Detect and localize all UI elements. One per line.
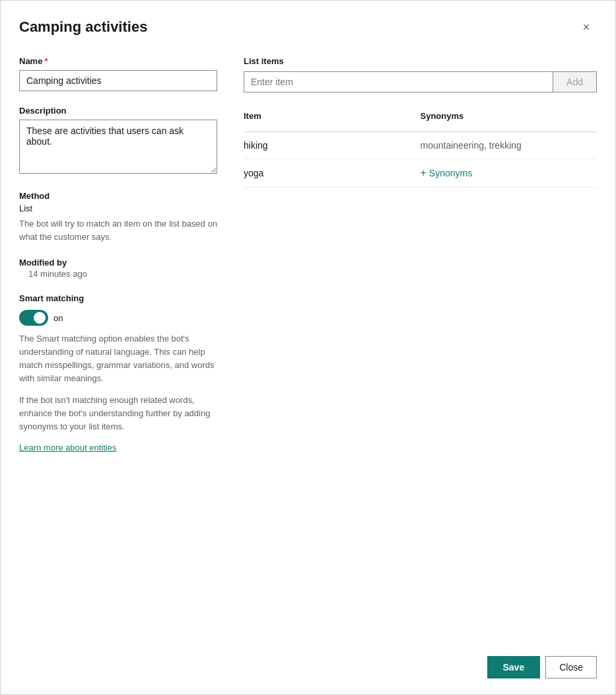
add-synonyms-label: Synonyms [429,168,472,178]
description-input[interactable] [19,120,217,174]
dialog-container: Camping activities × Name * Description [0,0,616,695]
method-group: Method List The bot will try to match an… [19,191,217,243]
description-field-group: Description [19,106,217,176]
plus-icon: + [421,167,427,179]
name-label: Name * [19,56,217,66]
list-items-label: List items [244,56,597,66]
toggle-knob [34,312,46,324]
content-layout: Name * Description Method List The bot w… [19,56,597,468]
footer-buttons: Save Close [487,656,598,678]
left-panel: Name * Description Method List The bot w… [19,56,217,468]
close-button[interactable]: Close [545,656,597,678]
modified-by-label: Modified by [19,258,217,268]
table-header: Item Synonyms [244,106,597,132]
col-header-synonyms: Synonyms [421,106,598,126]
dialog-close-button[interactable]: × [576,17,597,38]
synonyms-cell: mountaineering, trekking [421,140,598,151]
enter-item-input[interactable] [244,71,553,92]
modified-by-value: 14 minutes ago [28,269,217,279]
name-input[interactable] [19,70,217,91]
smart-matching-desc-2: If the bot isn't matching enough related… [19,394,217,433]
add-item-button[interactable]: Add [553,71,597,92]
add-item-row: Add [244,71,597,92]
table-row: hiking mountaineering, trekking [244,132,597,159]
close-icon: × [583,20,590,34]
required-indicator: * [44,56,48,66]
table-row: yoga + Synonyms [244,159,597,188]
smart-matching-label: Smart matching [19,293,217,303]
toggle-row: on [19,310,217,326]
method-value: List [19,203,217,213]
smart-matching-desc-1: The Smart matching option enables the bo… [19,332,217,386]
item-cell: yoga [244,168,421,178]
save-button[interactable]: Save [487,656,541,678]
col-header-item: Item [244,106,421,126]
smart-matching-group: Smart matching on The Smart matching opt… [19,293,217,453]
description-label: Description [19,106,217,116]
method-description: The bot will try to match an item on the… [19,217,217,243]
dialog-title: Camping activities [19,18,147,36]
smart-matching-toggle[interactable] [19,310,48,326]
learn-more-link[interactable]: Learn more about entities [19,443,116,453]
name-field-group: Name * [19,56,217,91]
method-label: Method [19,191,217,201]
add-synonyms-button[interactable]: + Synonyms [421,167,598,179]
right-panel: List items Add Item Synonyms hiking moun… [244,56,597,468]
toggle-state-label: on [53,313,63,323]
dialog-header: Camping activities × [19,17,597,38]
item-cell: hiking [244,140,421,151]
modified-by-group: Modified by 14 minutes ago [19,258,217,279]
